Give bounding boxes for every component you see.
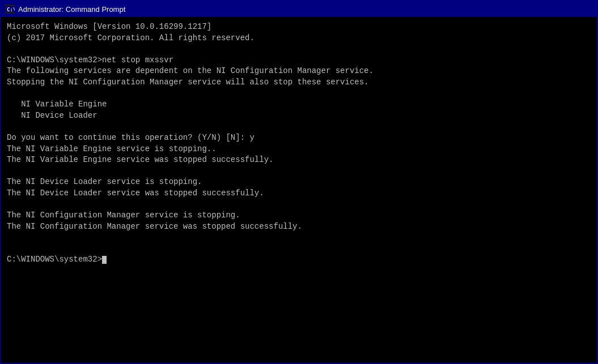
terminal-line: C:\WINDOWS\system32> <box>7 254 591 265</box>
terminal-line: Microsoft Windows [Version 10.0.16299.12… <box>7 22 591 33</box>
command-prompt-window: C:\ Administrator: Command Prompt Micros… <box>0 0 598 364</box>
terminal-cursor <box>102 256 107 264</box>
title-bar-title: Administrator: Command Prompt <box>18 5 592 14</box>
terminal-line: The NI Variable Engine service is stoppi… <box>7 144 591 155</box>
terminal-line: Stopping the NI Configuration Manager se… <box>7 77 591 88</box>
terminal-line <box>7 44 591 55</box>
terminal-line: The NI Variable Engine service was stopp… <box>7 155 591 166</box>
terminal-line <box>7 88 591 100</box>
terminal-body[interactable]: Microsoft Windows [Version 10.0.16299.12… <box>1 17 597 363</box>
terminal-line <box>7 232 591 243</box>
terminal-line: The NI Device Loader service was stopped… <box>7 188 591 199</box>
title-bar: C:\ Administrator: Command Prompt <box>1 1 597 17</box>
terminal-line <box>7 121 591 132</box>
terminal-line <box>7 199 591 211</box>
terminal-line: (c) 2017 Microsoft Corporation. All righ… <box>7 33 591 44</box>
terminal-line <box>7 166 591 177</box>
terminal-line: Do you want to continue this operation? … <box>7 132 591 144</box>
title-bar-icon: C:\ <box>6 5 15 14</box>
svg-text:C:\: C:\ <box>7 7 15 12</box>
terminal-line: NI Device Loader <box>7 110 591 122</box>
terminal-line: The NI Configuration Manager service is … <box>7 210 591 221</box>
terminal-line: The NI Device Loader service is stopping… <box>7 177 591 188</box>
terminal-line: C:\WINDOWS\system32>net stop mxssvr <box>7 55 591 66</box>
terminal-line: The following services are dependent on … <box>7 66 591 77</box>
terminal-line: The NI Configuration Manager service was… <box>7 221 591 233</box>
terminal-line: NI Variable Engine <box>7 99 591 110</box>
terminal-line <box>7 243 591 255</box>
